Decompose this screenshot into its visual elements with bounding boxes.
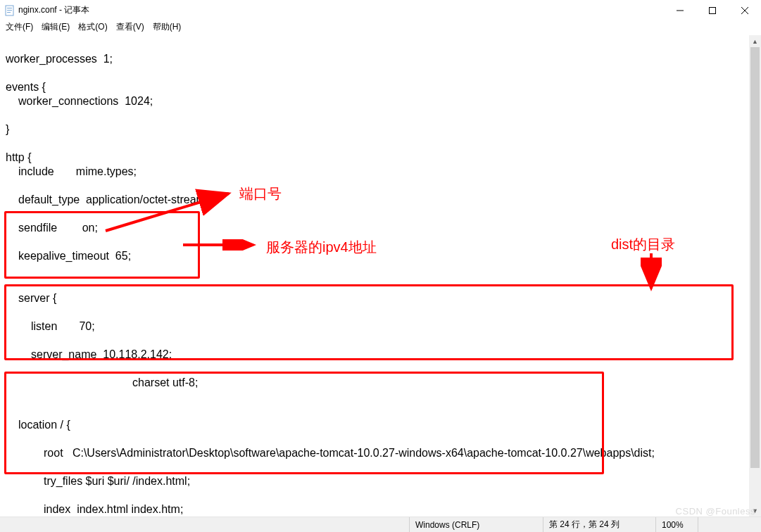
code-line: keepalive_timeout 65; xyxy=(6,249,757,263)
svg-rect-5 xyxy=(710,7,716,13)
maximize-button[interactable] xyxy=(696,0,729,21)
code-line: charset utf-8; xyxy=(6,376,757,390)
menu-format[interactable]: 格式(O) xyxy=(75,21,110,35)
status-zoom: 100% xyxy=(655,517,698,532)
menu-edit[interactable]: 编辑(E) xyxy=(39,21,73,35)
status-bar: Windows (CRLF) 第 24 行，第 24 列 100% xyxy=(0,517,761,532)
menu-help[interactable]: 帮助(H) xyxy=(150,21,184,35)
scroll-up-icon[interactable]: ▲ xyxy=(749,35,761,47)
app-icon xyxy=(4,5,15,16)
svg-rect-2 xyxy=(7,10,12,11)
text-editor[interactable]: worker_processes 1; events { worker_conn… xyxy=(0,35,761,517)
code-line: include mime.types; xyxy=(6,165,757,179)
menu-bar: 文件(F) 编辑(E) 格式(O) 查看(V) 帮助(H) xyxy=(0,21,761,35)
menu-file[interactable]: 文件(F) xyxy=(3,21,36,35)
vertical-scrollbar[interactable]: ▲ ▼ xyxy=(749,35,761,517)
svg-rect-3 xyxy=(7,12,11,13)
status-line-ending: Windows (CRLF) xyxy=(409,517,543,532)
window-title: nginx.conf - 记事本 xyxy=(18,4,89,16)
code-line: server_name 10.118.2.142; xyxy=(6,348,757,362)
code-line: sendfile on; xyxy=(6,221,757,235)
code-line: index index.html index.htm; xyxy=(6,502,757,517)
code-line: server { xyxy=(6,291,757,305)
minimize-button[interactable] xyxy=(664,0,696,21)
scroll-track[interactable] xyxy=(749,47,761,505)
editor-container: worker_processes 1; events { worker_conn… xyxy=(0,35,761,517)
code-line: worker_connections 1024; xyxy=(6,94,757,108)
close-button[interactable] xyxy=(729,0,761,21)
code-line: default_type application/octet-stream; xyxy=(6,193,757,207)
title-bar: nginx.conf - 记事本 xyxy=(0,0,761,21)
code-line: events { xyxy=(6,81,46,93)
menu-view[interactable]: 查看(V) xyxy=(113,21,147,35)
code-line: worker_processes 1; xyxy=(6,53,113,65)
code-line: http { xyxy=(6,151,31,163)
scroll-thumb[interactable] xyxy=(750,47,760,468)
code-line: } xyxy=(6,123,9,135)
status-cursor-position: 第 24 行，第 24 列 xyxy=(543,517,655,532)
watermark: CSDN @Founless xyxy=(676,506,755,517)
code-line: location / { xyxy=(6,418,757,432)
code-line: try_files $uri $uri/ /index.html; xyxy=(6,474,757,488)
code-line: listen 70; xyxy=(6,319,757,334)
code-line: root C:\Users\Administrator\Desktop\soft… xyxy=(6,446,757,460)
svg-rect-1 xyxy=(7,8,12,8)
